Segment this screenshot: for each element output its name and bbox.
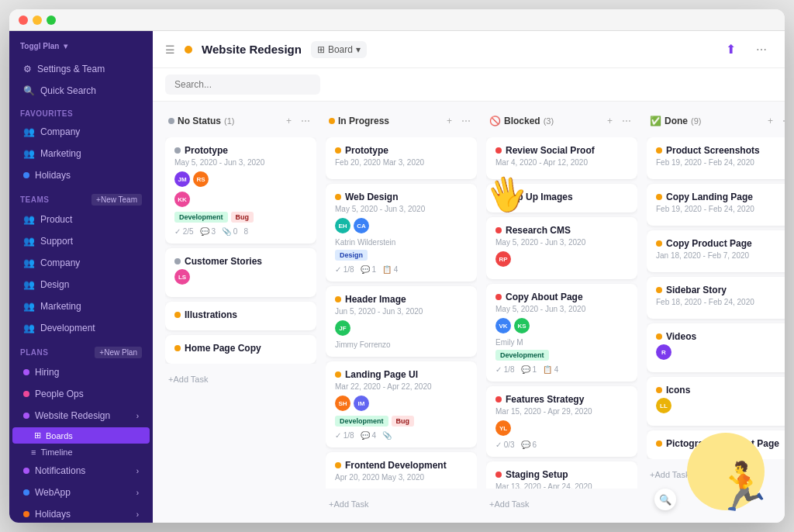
sidebar-item-search[interactable]: 🔍 Quick Search [12,81,150,101]
no-status-tasks: Prototype May 5, 2020 - Jun 3, 2020 JM R… [165,137,316,364]
brand-arrow: ▾ [64,42,67,50]
timeline-icon: ≡ [31,447,36,457]
task-date: Feb 20, 2020 Mar 3, 2020 [335,158,468,167]
task-card-review-social[interactable]: Review Social Proof Mar 4, 2020 - Apr 12… [486,137,637,179]
maximize-button[interactable] [47,16,56,25]
sidebar-item-webapp[interactable]: WebApp › [12,482,150,503]
close-button[interactable] [19,16,28,25]
task-card-videos[interactable]: Videos R [647,323,785,372]
search-icon: 🔍 [23,85,35,96]
add-task-button-blocked[interactable]: +Add Task [486,495,637,513]
task-card-copy-landing-page[interactable]: Copy Landing Page Feb 19, 2020 - Feb 24,… [647,184,785,226]
sidebar-item-marketing[interactable]: 👥 Marketing [12,143,150,164]
view-toggle[interactable]: ⊞ Board ▾ [311,41,367,58]
sidebar-item-company[interactable]: 👥 Company [12,122,150,142]
task-card-product-screenshots[interactable]: Product Screenshots Feb 19, 2020 - Feb 2… [647,137,785,179]
task-card-prototype-1[interactable]: Prototype May 5, 2020 - Jun 3, 2020 JM R… [165,137,316,244]
sidebar-item-support[interactable]: 👥 Support [12,231,150,251]
sidebar-item-website-redesign[interactable]: Website Redesign › [12,406,150,426]
task-dot [335,462,341,468]
share-icon[interactable]: ⬆ [720,39,741,60]
task-card-web-design[interactable]: Web Design May 5, 2020 - Jun 3, 2020 EH … [326,184,477,282]
task-dot [335,147,341,154]
hamburger-icon[interactable]: ☰ [165,43,175,56]
done-icon: ✅ [650,116,661,126]
task-date: Jan 18, 2020 - Feb 7, 2020 [656,251,785,260]
sidebar-sub-timeline[interactable]: ≡ Timeline [9,444,153,460]
task-card-popup-images[interactable]: Pop Up Images [486,184,637,212]
add-task-button-no-status[interactable]: +Add Task [165,370,316,389]
task-card-frontend-dev[interactable]: Frontend Development Apr 20, 2020 May 3,… [326,452,477,489]
task-date: Apr 20, 2020 May 3, 2020 [335,473,468,482]
task-card-research-cms[interactable]: Research CMS May 5, 2020 - Jun 3, 2020 R… [486,217,637,279]
new-plan-button[interactable]: +New Plan [95,347,142,358]
sidebar-item-product[interactable]: 👥 Product [12,209,150,230]
settings-icon: ⚙ [23,64,32,74]
task-dot [656,240,662,247]
add-task-col-button[interactable]: + [444,114,455,128]
sidebar-item-marketing2[interactable]: 👥 Marketing [12,296,150,316]
task-card-staging-setup[interactable]: Staging Setup Mar 13, 2020 - Apr 24, 202… [486,461,637,489]
task-date: Feb 19, 2020 - Feb 24, 2020 [656,205,785,213]
minimize-button[interactable] [33,16,42,25]
task-label: Katrin Wilderstein [335,238,468,247]
task-card-copy-product-page[interactable]: Copy Product Page Jan 18, 2020 - Feb 7, … [647,230,785,272]
col-menu-button[interactable]: ⋯ [779,114,785,128]
sidebar-item-development[interactable]: 👥 Development [12,318,150,338]
avatar: VK [495,318,511,333]
avatar: JF [335,320,350,336]
sidebar-item-settings[interactable]: ⚙ Settings & Team [12,59,150,79]
people-icon: 👥 [23,236,35,247]
illustration: 🏃 [679,417,772,510]
task-card-home-page-copy[interactable]: Home Page Copy [165,335,316,364]
zoom-button[interactable]: 🔍 [654,489,676,510]
settings-label: Settings & Team [37,64,105,74]
task-card-prototype-2[interactable]: Prototype Feb 20, 2020 Mar 3, 2020 [326,137,477,179]
sidebar-item-holidays2[interactable]: Holidays › [12,504,150,523]
avatar: IM [354,396,369,411]
sidebar-sub-boards[interactable]: ⊞ Boards [12,427,150,444]
task-card-features-strategy[interactable]: Features Strategy Mar 15, 2020 - Apr 29,… [486,386,637,457]
add-task-button-in-progress[interactable]: +Add Task [326,495,477,513]
dot-icon [23,172,29,178]
sidebar-item-holidays[interactable]: Holidays [12,165,150,185]
sidebar-item-design[interactable]: 👥 Design [12,275,150,295]
task-card-header-image[interactable]: Header Image Jun 5, 2020 - Jun 3, 2020 J… [326,286,477,357]
board-icon: ⊞ [317,44,325,55]
task-card-landing-page-ui[interactable]: Landing Page UI Mar 22, 2020 - Apr 22, 2… [326,361,477,447]
task-dot [656,147,662,154]
people-icon: 👥 [23,257,35,268]
add-task-col-button[interactable]: + [765,114,776,128]
favourites-label: FAVOURITES [9,102,153,121]
sidebar-item-people-ops[interactable]: People Ops [12,384,150,404]
col-menu-button[interactable]: ⋯ [619,114,634,128]
tag-development: Development [335,416,388,427]
col-menu-button[interactable]: ⋯ [458,114,474,128]
task-card-illustrations[interactable]: Illustrations [165,302,316,330]
brand[interactable]: Toggl Plan ▾ [9,31,153,58]
sidebar-item-notifications[interactable]: Notifications › [12,461,150,481]
task-avatars: RP [495,251,628,267]
people-icon: 👥 [23,214,35,225]
sidebar-item-hiring[interactable]: Hiring [12,362,150,382]
add-task-col-button[interactable]: + [604,114,616,128]
add-task-col-button[interactable]: + [283,114,295,128]
task-avatars: VK KS [495,318,628,333]
search-input[interactable] [165,74,320,95]
task-tags: Development Bug [335,416,468,427]
task-card-sidebar-story[interactable]: Sidebar Story Feb 18, 2020 - Feb 24, 202… [647,277,785,319]
more-icon[interactable]: ⋯ [751,39,772,60]
task-meta: ✓ 0/3 💬 6 [495,440,628,449]
column-header-no-status: No Status (1) + ⋯ [165,111,316,131]
brand-label: Toggl Plan [20,42,59,50]
blocked-tasks: Review Social Proof Mar 4, 2020 - Apr 12… [486,137,637,489]
sidebar-item-company2[interactable]: 👥 Company [12,253,150,273]
new-team-button[interactable]: +New Team [91,194,142,206]
in-progress-tasks: Prototype Feb 20, 2020 Mar 3, 2020 Web D… [326,137,477,489]
task-date: Jun 5, 2020 - Jun 3, 2020 [335,307,468,316]
task-date: Mar 22, 2020 - Apr 22, 2020 [335,382,468,391]
col-menu-button[interactable]: ⋯ [298,114,313,128]
task-card-customer-stories[interactable]: Customer Stories LS [165,248,316,297]
dot-icon [23,511,29,517]
task-card-copy-about-page[interactable]: Copy About Page May 5, 2020 - Jun 3, 202… [486,284,637,382]
